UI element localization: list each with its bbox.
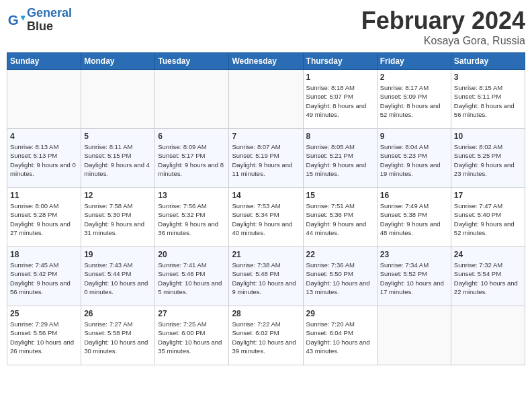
- month-title: February 2024: [361, 7, 525, 35]
- day-cell: 10Sunrise: 8:02 AMSunset: 5:25 PMDayligh…: [451, 129, 525, 188]
- day-number: 2: [380, 73, 448, 82]
- day-number: 17: [454, 191, 522, 200]
- day-cell: 23Sunrise: 7:34 AMSunset: 5:52 PMDayligh…: [377, 247, 451, 306]
- day-cell: [229, 70, 303, 129]
- col-header-saturday: Saturday: [451, 53, 525, 70]
- day-number: 13: [158, 191, 226, 200]
- day-info: Sunrise: 8:05 AMSunset: 5:21 PMDaylight:…: [306, 142, 374, 178]
- day-info: Sunrise: 7:51 AMSunset: 5:36 PMDaylight:…: [306, 201, 374, 237]
- day-cell: 20Sunrise: 7:41 AMSunset: 5:46 PMDayligh…: [155, 247, 229, 306]
- svg-marker-1: [21, 15, 26, 20]
- day-number: 28: [232, 309, 300, 318]
- day-cell: 7Sunrise: 8:07 AMSunset: 5:19 PMDaylight…: [229, 129, 303, 188]
- day-number: 25: [10, 309, 78, 318]
- day-info: Sunrise: 7:45 AMSunset: 5:42 PMDaylight:…: [10, 261, 78, 296]
- day-cell: [451, 306, 525, 365]
- day-number: 21: [232, 250, 300, 259]
- day-cell: 29Sunrise: 7:20 AMSunset: 6:04 PMDayligh…: [303, 306, 377, 365]
- day-number: 22: [306, 250, 374, 259]
- calendar-table: SundayMondayTuesdayWednesdayThursdayFrid…: [7, 52, 525, 365]
- day-number: 1: [306, 73, 374, 82]
- day-info: Sunrise: 7:53 AMSunset: 5:34 PMDaylight:…: [232, 201, 300, 237]
- day-number: 3: [454, 73, 522, 82]
- day-info: Sunrise: 8:13 AMSunset: 5:13 PMDaylight:…: [10, 142, 78, 178]
- day-info: Sunrise: 8:04 AMSunset: 5:23 PMDaylight:…: [380, 142, 448, 178]
- day-cell: 24Sunrise: 7:32 AMSunset: 5:54 PMDayligh…: [451, 247, 525, 306]
- day-cell: 26Sunrise: 7:27 AMSunset: 5:58 PMDayligh…: [81, 306, 155, 365]
- day-number: 6: [158, 132, 226, 141]
- day-cell: 2Sunrise: 8:17 AMSunset: 5:09 PMDaylight…: [377, 70, 451, 129]
- svg-text:G: G: [8, 11, 19, 27]
- day-info: Sunrise: 7:49 AMSunset: 5:38 PMDaylight:…: [380, 201, 448, 237]
- col-header-thursday: Thursday: [303, 53, 377, 70]
- day-number: 5: [84, 132, 152, 141]
- day-cell: 8Sunrise: 8:05 AMSunset: 5:21 PMDaylight…: [303, 129, 377, 188]
- day-cell: 18Sunrise: 7:45 AMSunset: 5:42 PMDayligh…: [7, 247, 81, 306]
- day-cell: 17Sunrise: 7:47 AMSunset: 5:40 PMDayligh…: [451, 188, 525, 247]
- day-number: 10: [454, 132, 522, 141]
- week-row-2: 4Sunrise: 8:13 AMSunset: 5:13 PMDaylight…: [7, 129, 525, 188]
- day-info: Sunrise: 8:09 AMSunset: 5:17 PMDaylight:…: [158, 142, 226, 178]
- day-info: Sunrise: 7:58 AMSunset: 5:30 PMDaylight:…: [84, 201, 152, 237]
- day-info: Sunrise: 8:17 AMSunset: 5:09 PMDaylight:…: [380, 83, 448, 119]
- day-cell: 25Sunrise: 7:29 AMSunset: 5:56 PMDayligh…: [7, 306, 81, 365]
- day-cell: 21Sunrise: 7:38 AMSunset: 5:48 PMDayligh…: [229, 247, 303, 306]
- day-number: 14: [232, 191, 300, 200]
- header-row: SundayMondayTuesdayWednesdayThursdayFrid…: [7, 53, 525, 70]
- day-info: Sunrise: 7:27 AMSunset: 5:58 PMDaylight:…: [84, 320, 152, 355]
- day-cell: 28Sunrise: 7:22 AMSunset: 6:02 PMDayligh…: [229, 306, 303, 365]
- day-info: Sunrise: 7:41 AMSunset: 5:46 PMDaylight:…: [158, 261, 226, 296]
- day-info: Sunrise: 8:00 AMSunset: 5:28 PMDaylight:…: [10, 201, 78, 237]
- day-cell: 13Sunrise: 7:56 AMSunset: 5:32 PMDayligh…: [155, 188, 229, 247]
- day-cell: [7, 70, 81, 129]
- day-info: Sunrise: 7:56 AMSunset: 5:32 PMDaylight:…: [158, 201, 226, 237]
- day-number: 20: [158, 250, 226, 259]
- day-number: 7: [232, 132, 300, 141]
- day-cell: 4Sunrise: 8:13 AMSunset: 5:13 PMDaylight…: [7, 129, 81, 188]
- day-cell: 14Sunrise: 7:53 AMSunset: 5:34 PMDayligh…: [229, 188, 303, 247]
- day-info: Sunrise: 8:18 AMSunset: 5:07 PMDaylight:…: [306, 83, 374, 119]
- week-row-4: 18Sunrise: 7:45 AMSunset: 5:42 PMDayligh…: [7, 247, 525, 306]
- logo: G GeneralBlue: [7, 7, 72, 34]
- day-info: Sunrise: 7:29 AMSunset: 5:56 PMDaylight:…: [10, 320, 78, 355]
- day-cell: 6Sunrise: 8:09 AMSunset: 5:17 PMDaylight…: [155, 129, 229, 188]
- col-header-tuesday: Tuesday: [155, 53, 229, 70]
- day-number: 26: [84, 309, 152, 318]
- day-cell: 15Sunrise: 7:51 AMSunset: 5:36 PMDayligh…: [303, 188, 377, 247]
- location: Kosaya Gora, Russia: [361, 35, 525, 47]
- day-cell: 5Sunrise: 8:11 AMSunset: 5:15 PMDaylight…: [81, 129, 155, 188]
- day-info: Sunrise: 7:47 AMSunset: 5:40 PMDaylight:…: [454, 201, 522, 237]
- col-header-monday: Monday: [81, 53, 155, 70]
- day-info: Sunrise: 7:22 AMSunset: 6:02 PMDaylight:…: [232, 320, 300, 355]
- day-info: Sunrise: 7:43 AMSunset: 5:44 PMDaylight:…: [84, 261, 152, 296]
- day-number: 12: [84, 191, 152, 200]
- day-number: 9: [380, 132, 448, 141]
- day-number: 8: [306, 132, 374, 141]
- col-header-wednesday: Wednesday: [229, 53, 303, 70]
- day-number: 29: [306, 309, 374, 318]
- page-header: G GeneralBlue February 2024 Kosaya Gora,…: [7, 7, 525, 47]
- day-number: 18: [10, 250, 78, 259]
- day-info: Sunrise: 8:07 AMSunset: 5:19 PMDaylight:…: [232, 142, 300, 178]
- day-cell: 3Sunrise: 8:15 AMSunset: 5:11 PMDaylight…: [451, 70, 525, 129]
- day-cell: 27Sunrise: 7:25 AMSunset: 6:00 PMDayligh…: [155, 306, 229, 365]
- day-info: Sunrise: 8:02 AMSunset: 5:25 PMDaylight:…: [454, 142, 522, 178]
- day-cell: 1Sunrise: 8:18 AMSunset: 5:07 PMDaylight…: [303, 70, 377, 129]
- day-number: 24: [454, 250, 522, 259]
- day-info: Sunrise: 8:11 AMSunset: 5:15 PMDaylight:…: [84, 142, 152, 178]
- week-row-1: 1Sunrise: 8:18 AMSunset: 5:07 PMDaylight…: [7, 70, 525, 129]
- day-info: Sunrise: 7:20 AMSunset: 6:04 PMDaylight:…: [306, 320, 374, 355]
- day-number: 4: [10, 132, 78, 141]
- title-block: February 2024 Kosaya Gora, Russia: [361, 7, 525, 47]
- day-number: 15: [306, 191, 374, 200]
- week-row-3: 11Sunrise: 8:00 AMSunset: 5:28 PMDayligh…: [7, 188, 525, 247]
- day-info: Sunrise: 7:32 AMSunset: 5:54 PMDaylight:…: [454, 261, 522, 296]
- logo-icon: G: [7, 11, 26, 30]
- week-row-5: 25Sunrise: 7:29 AMSunset: 5:56 PMDayligh…: [7, 306, 525, 365]
- day-info: Sunrise: 7:36 AMSunset: 5:50 PMDaylight:…: [306, 261, 374, 296]
- day-info: Sunrise: 7:25 AMSunset: 6:00 PMDaylight:…: [158, 320, 226, 355]
- day-number: 11: [10, 191, 78, 200]
- day-cell: 19Sunrise: 7:43 AMSunset: 5:44 PMDayligh…: [81, 247, 155, 306]
- col-header-friday: Friday: [377, 53, 451, 70]
- day-cell: [81, 70, 155, 129]
